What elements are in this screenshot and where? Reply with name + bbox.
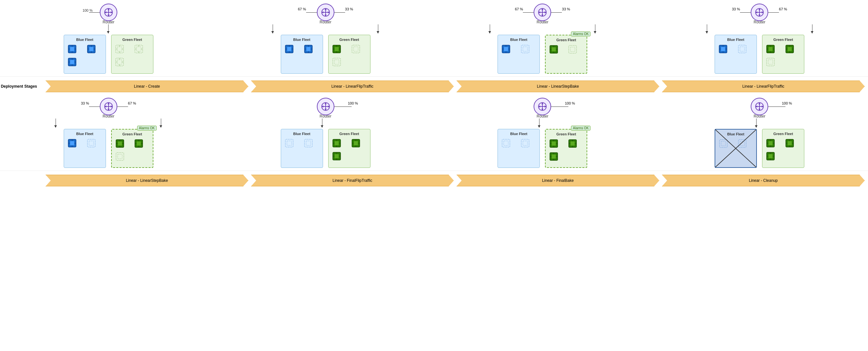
arrow-r-2-3 — [539, 118, 539, 128]
fleets-row-1-1: Blue Fleet Green Fleet — [3, 35, 214, 74]
fleet-title-blue-1-3: Blue Fleet — [500, 38, 537, 42]
fleet-wrapper-blue-2-4: Blue Fleet — [715, 129, 757, 168]
inst-ga1-2-2 — [331, 138, 342, 149]
instances-grid-blue-1-4 — [717, 43, 754, 55]
router-icon-1-1 — [100, 4, 117, 21]
svg-rect-111 — [768, 47, 773, 51]
svg-rect-152 — [118, 154, 122, 159]
arrow-down-left-1-2 — [273, 24, 273, 33]
inst-ga2-4 — [784, 43, 795, 55]
svg-rect-26 — [117, 47, 122, 51]
instances-grid-green-1-3 — [548, 44, 584, 55]
fleet-title-green-2-3: Green Fleet — [548, 132, 584, 136]
fleet-box-green-2-4: Green Fleet — [762, 129, 804, 168]
fleets-row-1-3: Blue Fleet Alarms OK Green Fleet — [437, 35, 648, 74]
fleets-row-2-3: Blue Fleet Alarms OK Green Fleet — [437, 129, 648, 168]
inst-bg1-4 — [737, 43, 748, 55]
router-svg-1-2 — [321, 7, 331, 17]
stage-2-3: 100 % Router Blue Fleet — [434, 97, 651, 168]
router-area-1-1: 100 % Router — [3, 6, 214, 33]
instances-grid-blue-2-2 — [284, 138, 320, 149]
svg-rect-160 — [285, 139, 293, 147]
stage-2-2: 100 % Router Blue Fleet — [217, 97, 434, 168]
arrow-down-right-1-2 — [378, 24, 378, 33]
instances-grid-blue-1-1 — [67, 43, 103, 68]
svg-rect-85 — [521, 45, 529, 53]
fleet-box-blue-2-2: Blue Fleet — [281, 129, 323, 168]
pct-left-1-3: 67 % — [515, 7, 523, 11]
svg-rect-200 — [570, 141, 575, 146]
svg-rect-109 — [740, 47, 745, 51]
arrow-r-2-4 — [756, 118, 756, 128]
svg-rect-122 — [767, 58, 774, 66]
stage-1-4: 33 % 67 % Router Blue Fleet — [651, 3, 868, 74]
instances-grid-blue-2-1 — [67, 138, 103, 149]
svg-rect-132 — [70, 141, 74, 145]
stage-1-1: 100 % Router — [0, 3, 217, 74]
instance-1 — [67, 43, 78, 55]
inst-ga1 — [331, 43, 342, 55]
instance-g1 — [114, 43, 125, 55]
svg-rect-20 — [70, 60, 74, 64]
fleet-title-blue-1-1: Blue Fleet — [67, 38, 103, 42]
router-icon-2-2 — [317, 98, 334, 115]
fleet-title-green-1-3: Green Fleet — [548, 38, 584, 42]
fleet-title-blue-2-3: Blue Fleet — [500, 132, 537, 136]
svg-rect-218 — [719, 140, 727, 147]
banner-1-2: Linear - LinearFlipTraffic — [251, 80, 454, 92]
pct-right-2-1: 67 % — [128, 101, 136, 105]
router-icon-1-4 — [751, 4, 768, 21]
router-area-1-3: 67 % 33 % Router — [437, 6, 648, 33]
fleet-box-blue-1-3: Blue Fleet — [498, 35, 540, 74]
inst-bg2-2-4 — [737, 138, 748, 149]
inst-bg2-2-3 — [520, 138, 531, 149]
svg-rect-221 — [740, 141, 745, 146]
banner-1-3: Linear - LinearStepBake — [457, 80, 659, 92]
router-icon-1-3 — [534, 4, 551, 21]
fleet-wrapper-green-2-4: Green Fleet — [762, 129, 804, 168]
inst-gg1-3 — [567, 44, 578, 55]
inst-ga3-2-3 — [548, 151, 559, 162]
svg-rect-140 — [118, 141, 122, 146]
fleet-wrapper-blue-1-4: Blue Fleet — [715, 35, 757, 74]
banners-row-1: Linear - Create Linear - LinearFlipTraff… — [42, 80, 868, 92]
fleet-box-green-2-1: Green Fleet — [111, 129, 153, 168]
fleet-box-blue-2-4: Blue Fleet — [715, 129, 757, 168]
inst-ga3-2-4 — [765, 151, 776, 162]
svg-rect-71 — [334, 60, 339, 64]
inst-bg1-2-2 — [284, 138, 295, 149]
fleet-box-blue-1-2: Blue Fleet — [281, 35, 323, 74]
fleet-title-blue-2-2: Blue Fleet — [284, 132, 320, 136]
instances-grid-green-2-3 — [548, 138, 584, 162]
inst-ga3-2-2 — [331, 151, 342, 162]
router-area-1-2: 67 % 33 % — [220, 6, 431, 33]
alarms-badge-1-3: Alarms OK — [571, 32, 590, 36]
svg-rect-63 — [334, 47, 339, 51]
router-area-2-4: 100 % Router — [654, 100, 865, 128]
fleet-box-blue-2-3: Blue Fleet — [498, 129, 540, 168]
inst-bg2-2-2 — [303, 138, 314, 149]
fleet-wrapper-green-2-2: Green Fleet — [328, 129, 370, 168]
arrow-r-1-4 — [812, 24, 812, 33]
svg-rect-220 — [738, 140, 746, 147]
fleet-wrapper-green-1-1: Green Fleet — [111, 35, 153, 74]
fleet-title-blue-1-2: Blue Fleet — [284, 38, 320, 42]
inst-bg1-2-3 — [500, 138, 512, 149]
svg-rect-206 — [552, 154, 556, 159]
fleets-row-1-2: Blue Fleet Green Fleet — [220, 35, 431, 74]
fleet-title-blue-1-4: Blue Fleet — [717, 38, 754, 42]
fleet-box-green-2-2: Green Fleet — [328, 129, 370, 168]
router-area-2-3: 100 % Router — [437, 100, 648, 128]
inst-ga2-2-4 — [784, 138, 795, 149]
fleet-wrapper-blue-2-3: Blue Fleet — [498, 129, 540, 168]
inst-b1 — [284, 43, 295, 55]
banner-1-1: Linear - Create — [45, 80, 248, 92]
svg-rect-171 — [353, 141, 358, 145]
instances-grid-blue-1-3 — [500, 43, 537, 55]
svg-rect-123 — [768, 60, 773, 64]
pct-left-2-1: 33 % — [81, 101, 89, 105]
fleets-row-2-4: Blue Fleet Green Fleet — [654, 129, 865, 168]
inst-ga1-2-1 — [114, 138, 125, 149]
inst-bg1-2-1 — [86, 138, 97, 149]
svg-rect-138 — [89, 141, 94, 145]
